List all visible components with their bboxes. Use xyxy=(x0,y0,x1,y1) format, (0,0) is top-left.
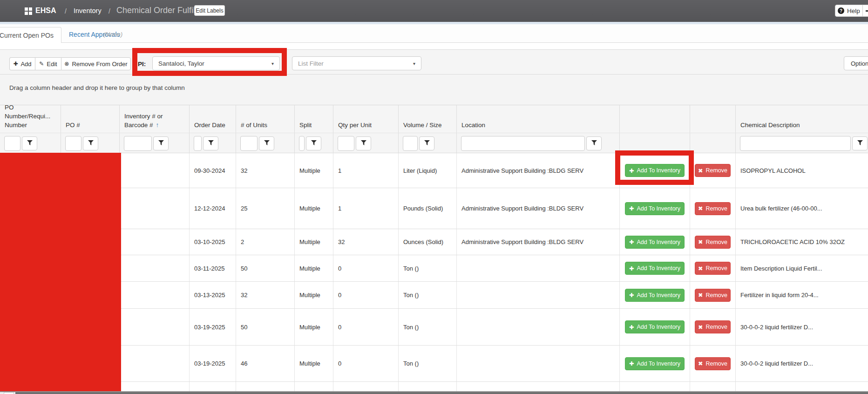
filter-input-chemical-description[interactable] xyxy=(740,136,851,151)
annotation-redaction-left xyxy=(0,153,121,391)
horizontal-scrollbar-thumb[interactable] xyxy=(15,392,868,394)
plus-icon: ✚ xyxy=(629,324,634,331)
plus-icon: ✚ xyxy=(629,205,634,212)
cell-volume-size: Liter (Liquid) xyxy=(399,153,457,188)
column-header-chemical-description[interactable]: Chemical Description xyxy=(736,105,868,133)
cell-chemical-description: 30-0-0-2 liquid fertilizer D... xyxy=(736,309,868,345)
add-button[interactable]: ✚ Add xyxy=(9,57,35,70)
remove-button[interactable]: ✖Remove xyxy=(695,320,731,333)
cell-chemical-description: Fertilizer in liquid form 20-4... xyxy=(736,282,868,308)
filter-input-split[interactable] xyxy=(299,136,305,151)
add-button-label: Add xyxy=(20,61,31,68)
edit-labels-button[interactable]: Edit Labels xyxy=(194,5,225,16)
tab-bar xyxy=(0,24,868,43)
remove-from-order-button[interactable]: ⊗ Remove From Order xyxy=(61,57,131,70)
filter-funnel-button-units[interactable] xyxy=(259,136,274,150)
add-to-inventory-button[interactable]: ✚Add To Inventory xyxy=(625,320,685,333)
filter-input-qty-per-unit[interactable] xyxy=(338,136,354,151)
remove-button[interactable]: ✖Remove xyxy=(695,202,731,215)
edit-button[interactable]: ✎ Edit xyxy=(35,57,61,70)
funnel-icon xyxy=(361,140,366,147)
help-extra-button[interactable] xyxy=(863,10,868,12)
chevron-down-icon: ▾ xyxy=(413,61,415,66)
cell-qty-per-unit: 0 xyxy=(333,309,399,345)
cell-add-to-inventory: ✚Add To Inventory xyxy=(620,309,690,345)
cell-qty-per-unit: 0 xyxy=(333,282,399,308)
cell-split: Multiple xyxy=(295,153,333,188)
column-header-add-to-inventory[interactable] xyxy=(620,105,690,133)
filter-funnel-button-order-date[interactable] xyxy=(203,136,218,150)
filter-funnel-button-po-num[interactable] xyxy=(83,136,98,150)
cell-remove: ✖Remove xyxy=(690,188,736,229)
filter-input-units[interactable] xyxy=(240,136,258,151)
filter-cell-qty-per-unit xyxy=(333,133,399,153)
filter-funnel-button-qty-per-unit[interactable] xyxy=(356,136,371,150)
add-to-inventory-button[interactable]: ✚Add To Inventory xyxy=(625,357,685,370)
filter-funnel-button-location[interactable] xyxy=(586,136,602,150)
tab-current-open-pos[interactable]: Current Open POs xyxy=(0,27,61,43)
cell-location: Administrative Support Building :BLDG SE… xyxy=(457,188,620,229)
filter-funnel-button-inventory-barcode[interactable] xyxy=(153,136,169,150)
column-header-po-number-requisition[interactable]: PONumber/Requi...Number xyxy=(0,105,61,133)
add-to-inventory-button[interactable]: ✚Add To Inventory xyxy=(625,236,685,249)
x-icon: ✖ xyxy=(698,265,703,272)
filter-input-location[interactable] xyxy=(461,136,585,151)
cell-qty-per-unit: 1 xyxy=(333,188,399,229)
filter-input-order-date[interactable] xyxy=(194,136,202,151)
add-to-inventory-button[interactable]: ✚Add To Inventory xyxy=(625,289,685,302)
cell-units: 50 xyxy=(236,255,295,281)
column-header-volume-size[interactable]: Volume / Size xyxy=(399,105,457,133)
help-button-group[interactable]: ? Help xyxy=(835,5,868,17)
filter-input-po-number-requisition[interactable] xyxy=(4,136,20,151)
cell-volume-size: Ton () xyxy=(399,309,457,345)
column-header-remove[interactable] xyxy=(690,105,736,133)
cell-empty xyxy=(457,382,620,391)
options-button[interactable]: Options ▾ xyxy=(844,56,868,70)
column-header-po-num[interactable]: PO # xyxy=(61,105,120,133)
column-header-order-date[interactable]: Order Date xyxy=(190,105,236,133)
cell-empty xyxy=(236,382,295,391)
scrollbar-left-button[interactable] xyxy=(4,392,14,394)
cell-order-date: 03-19-2025 xyxy=(190,346,236,381)
cell-remove: ✖Remove xyxy=(690,282,736,308)
cell-empty xyxy=(620,382,690,391)
add-to-inventory-button[interactable]: ✚Add To Inventory xyxy=(625,262,685,275)
cell-order-date: 03-13-2025 xyxy=(190,282,236,308)
filter-cell-chemical-description xyxy=(736,133,868,153)
cell-units: 32 xyxy=(236,153,295,188)
funnel-icon xyxy=(424,140,430,147)
breadcrumb-inventory[interactable]: Inventory xyxy=(74,7,102,14)
cell-inventory-barcode xyxy=(120,229,190,255)
help-button[interactable]: ? Help xyxy=(835,5,863,16)
cell-chemical-description: Urea bulk fertilizer (46-00-00... xyxy=(736,188,868,229)
app-grid-icon[interactable] xyxy=(25,7,33,15)
filter-input-po-num[interactable] xyxy=(65,136,81,151)
cell-volume-size: Pounds (Solid) xyxy=(399,188,457,229)
filter-funnel-button-split[interactable] xyxy=(306,136,321,150)
add-to-inventory-button[interactable]: ✚Add To Inventory xyxy=(625,202,685,215)
annotation-pi-highlight xyxy=(132,48,287,76)
column-header-inventory-barcode[interactable]: Inventory # orBarcode #↑ xyxy=(120,105,190,133)
column-header-split[interactable]: Split xyxy=(295,105,333,133)
filter-funnel-button-po-number-requisition[interactable] xyxy=(22,136,37,150)
plus-icon: ✚ xyxy=(629,360,634,367)
remove-button[interactable]: ✖Remove xyxy=(695,289,731,302)
cell-inventory-barcode xyxy=(120,188,190,229)
column-header-qty-per-unit[interactable]: Qty per Unit xyxy=(333,105,399,133)
column-header-location[interactable]: Location xyxy=(457,105,620,133)
column-header-units[interactable]: # of Units xyxy=(236,105,295,133)
cell-add-to-inventory: ✚Add To Inventory xyxy=(620,255,690,281)
remove-button[interactable]: ✖Remove xyxy=(695,236,731,249)
filter-funnel-button-volume-size[interactable] xyxy=(419,136,434,150)
brand-ehsa[interactable]: EHSA xyxy=(35,7,56,15)
remove-button[interactable]: ✖Remove xyxy=(695,262,731,275)
remove-button[interactable]: ✖Remove xyxy=(695,357,731,370)
annotation-add-to-inventory-highlight xyxy=(615,150,694,185)
filter-input-volume-size[interactable] xyxy=(403,136,418,151)
filter-input-inventory-barcode[interactable] xyxy=(124,136,152,151)
list-filter-dropdown[interactable]: List Filter ▾ xyxy=(292,56,421,70)
filter-cell-inventory-barcode xyxy=(120,133,190,153)
remove-button[interactable]: ✖Remove xyxy=(695,164,731,177)
filter-funnel-button-chemical-description[interactable] xyxy=(852,136,868,150)
x-icon: ✖ xyxy=(698,205,703,212)
